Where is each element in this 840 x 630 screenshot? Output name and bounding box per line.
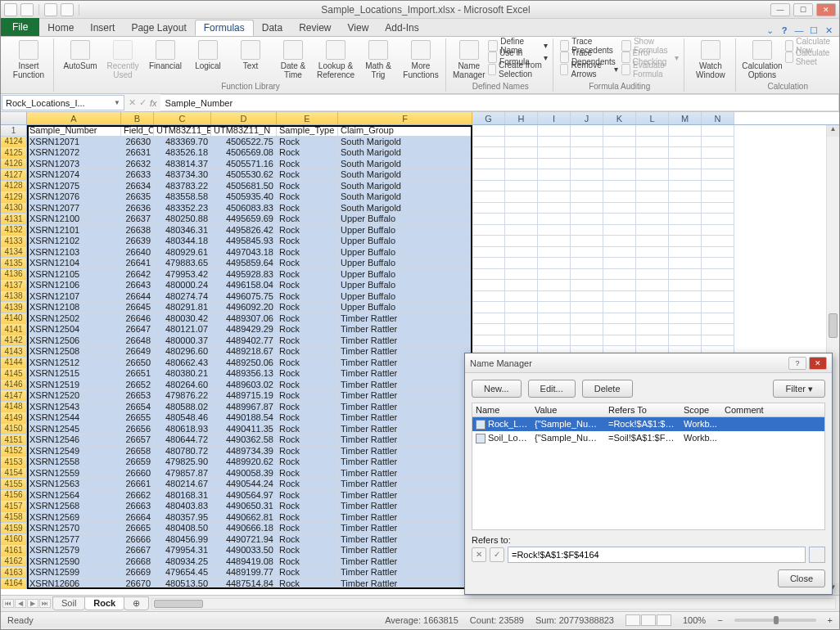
- window-min-icon[interactable]: —: [793, 25, 805, 36]
- cell[interactable]: 26660: [121, 468, 154, 479]
- autosum-button[interactable]: AutoSum: [61, 40, 100, 70]
- cell[interactable]: [636, 258, 669, 269]
- undo-icon[interactable]: [44, 3, 57, 16]
- cell[interactable]: 26652: [121, 380, 154, 391]
- cell[interactable]: XSRN12546: [27, 434, 121, 446]
- name-list-row[interactable]: Rock_Locatio...{"Sample_Numb...=Rock!$A$…: [472, 417, 824, 431]
- cell[interactable]: [636, 181, 669, 192]
- cell[interactable]: [636, 203, 669, 214]
- cell[interactable]: Timber Rattler: [338, 402, 472, 413]
- cell[interactable]: 483558.58: [154, 191, 211, 203]
- cell[interactable]: Rock: [277, 236, 338, 247]
- cell[interactable]: 4495659.69: [211, 214, 277, 225]
- cell[interactable]: XSRN12508: [27, 346, 121, 358]
- cell[interactable]: [669, 225, 702, 236]
- cell[interactable]: [603, 159, 636, 170]
- cell[interactable]: 480291.81: [154, 302, 211, 313]
- cell[interactable]: 480296.60: [154, 346, 211, 358]
- cell[interactable]: 4496092.20: [211, 302, 277, 313]
- tab-review[interactable]: Review: [291, 20, 339, 36]
- cell[interactable]: 26636: [121, 203, 154, 214]
- cell[interactable]: Timber Rattler: [338, 390, 472, 402]
- cell[interactable]: [669, 137, 702, 148]
- row-header[interactable]: 4126: [1, 159, 27, 170]
- cell[interactable]: Rock: [277, 225, 338, 236]
- scroll-up-icon[interactable]: ▲: [827, 125, 839, 137]
- cell[interactable]: [538, 203, 571, 214]
- cell[interactable]: 26649: [121, 346, 154, 358]
- cell[interactable]: Rock: [277, 358, 338, 369]
- cell[interactable]: [571, 169, 603, 181]
- cell[interactable]: [636, 291, 669, 303]
- cell[interactable]: [505, 125, 538, 137]
- cell[interactable]: Timber Rattler: [338, 358, 472, 369]
- cell[interactable]: Rock: [277, 269, 338, 281]
- cell[interactable]: [636, 137, 669, 148]
- cell[interactable]: [603, 125, 636, 137]
- cell[interactable]: 4495826.42: [211, 225, 277, 236]
- column-header[interactable]: D: [211, 112, 277, 124]
- cell[interactable]: 4506569.08: [211, 147, 277, 159]
- cell[interactable]: [571, 335, 603, 347]
- dialog-help-icon[interactable]: ?: [788, 357, 806, 370]
- tab-addins[interactable]: Add-Ins: [377, 20, 427, 36]
- sheet-tab[interactable]: Soil: [52, 596, 85, 610]
- cell[interactable]: [505, 258, 538, 269]
- formula-input[interactable]: Sample_Number: [160, 94, 839, 111]
- cell[interactable]: Timber Rattler: [338, 567, 472, 578]
- row-header[interactable]: 4143: [1, 346, 27, 358]
- cell[interactable]: [472, 291, 505, 303]
- cell[interactable]: [505, 280, 538, 291]
- cell[interactable]: Timber Rattler: [338, 457, 472, 468]
- cell[interactable]: XSRN12504: [27, 324, 121, 335]
- cell[interactable]: 479953.42: [154, 269, 211, 281]
- cell[interactable]: [702, 147, 734, 159]
- cell[interactable]: [603, 269, 636, 281]
- cell[interactable]: XSRN12073: [27, 159, 121, 170]
- cell[interactable]: [538, 280, 571, 291]
- cell[interactable]: 26645: [121, 302, 154, 313]
- cell[interactable]: Rock: [277, 302, 338, 313]
- cell[interactable]: [571, 269, 603, 281]
- column-header[interactable]: E: [277, 112, 338, 124]
- cell[interactable]: XSRN12506: [27, 335, 121, 347]
- cell[interactable]: 4489967.87: [211, 402, 277, 413]
- cell[interactable]: [538, 125, 571, 137]
- cell[interactable]: [538, 236, 571, 247]
- cell[interactable]: [603, 313, 636, 325]
- cell[interactable]: 480168.31: [154, 490, 211, 502]
- row-header[interactable]: 4124: [1, 137, 27, 148]
- cell[interactable]: Rock: [277, 335, 338, 347]
- cell[interactable]: 4505681.50: [211, 181, 277, 192]
- cell[interactable]: 4506522.75: [211, 137, 277, 148]
- cell[interactable]: 4489199.77: [211, 567, 277, 578]
- cell[interactable]: 479954.31: [154, 545, 211, 556]
- refers-to-input[interactable]: [508, 547, 806, 563]
- cell[interactable]: 26641: [121, 258, 154, 269]
- cell[interactable]: [571, 291, 603, 303]
- cell[interactable]: [505, 269, 538, 281]
- cell[interactable]: Rock: [277, 490, 338, 502]
- cell[interactable]: Upper Buffalo: [338, 302, 472, 313]
- restore-button[interactable]: ☐: [793, 3, 813, 16]
- cell[interactable]: 480588.02: [154, 402, 211, 413]
- cell[interactable]: [702, 125, 734, 137]
- cell[interactable]: Timber Rattler: [338, 380, 472, 391]
- watch-window-button[interactable]: Watch Window: [691, 40, 730, 79]
- fx-icon[interactable]: fx: [150, 98, 157, 108]
- lookup-ref-button[interactable]: Lookup & Reference: [316, 40, 355, 79]
- cell[interactable]: 26633: [121, 169, 154, 181]
- cell[interactable]: 480618.93: [154, 424, 211, 435]
- cell[interactable]: XSRN12545: [27, 424, 121, 435]
- help-icon[interactable]: ?: [779, 25, 790, 36]
- cell[interactable]: [472, 225, 505, 236]
- cell[interactable]: 26657: [121, 434, 154, 446]
- column-header[interactable]: F: [338, 112, 472, 124]
- cell[interactable]: 4506083.83: [211, 203, 277, 214]
- horizontal-scrollbar[interactable]: [151, 598, 836, 610]
- cell[interactable]: [702, 291, 734, 303]
- cell[interactable]: [571, 203, 603, 214]
- cell[interactable]: [538, 147, 571, 159]
- cell[interactable]: South Marigold: [338, 181, 472, 192]
- cell[interactable]: 26654: [121, 402, 154, 413]
